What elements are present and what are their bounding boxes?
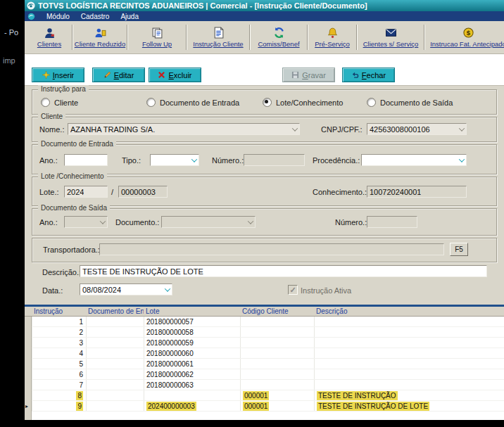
cnpj-combo[interactable]: 42563008000106 [367, 123, 467, 135]
conhecimento-input[interactable]: 100720240001 [367, 186, 467, 198]
grid-cell[interactable] [240, 338, 314, 348]
chevron-down-icon[interactable] [248, 218, 253, 224]
toolbar-item-follow-up[interactable]: Follow Up [129, 21, 185, 53]
lote-ano-input[interactable]: 2024 [64, 186, 108, 198]
titlebar[interactable]: TOTVS LOGÍSTICA RECINTOS ADUANEIROS | Co… [25, 0, 504, 11]
grid-cell[interactable]: 1 [32, 317, 86, 327]
grid-cell[interactable] [86, 348, 144, 359]
ds-ano-combo[interactable] [64, 216, 108, 228]
de-ano-input[interactable] [64, 154, 108, 166]
grid-cell[interactable]: 4 [32, 348, 86, 359]
chevron-down-icon[interactable] [165, 286, 170, 291]
toolbar-item-comiss-benef[interactable]: Comiss/Benef [251, 21, 306, 53]
gravar-button[interactable]: Gravar [282, 68, 335, 82]
grid-cell[interactable]: TESTE DE INSTRUÇÃO DE LOTE [314, 401, 504, 412]
grid-cell[interactable]: 000001 [240, 401, 314, 412]
menu-ajuda[interactable]: Ajuda [120, 13, 139, 20]
grid-column-header-descri-o[interactable]: Descrição [314, 307, 504, 316]
radio-circle[interactable] [367, 98, 376, 107]
editar-label: Editar [114, 71, 134, 79]
grid-cell[interactable] [240, 369, 314, 380]
f5-button[interactable]: F5 [450, 243, 468, 256]
radio-circle[interactable] [263, 98, 272, 107]
radio-circle[interactable] [146, 98, 156, 107]
grid-cell[interactable] [314, 359, 504, 369]
grid-cell[interactable]: 5 [32, 359, 86, 369]
toolbar-item-instru-o-cliente[interactable]: Instrução Cliente [188, 21, 248, 53]
toolbar-item-pr-servi-o[interactable]: Pré-Serviço [309, 21, 355, 53]
grid-cell[interactable] [240, 359, 314, 369]
grid-cell[interactable] [314, 380, 504, 390]
chevron-down-icon[interactable] [191, 156, 197, 162]
grid-cell[interactable]: 201800000061 [144, 359, 240, 369]
grid-cell[interactable]: 201800000063 [144, 380, 240, 390]
excluir-button[interactable]: Excluir [149, 68, 201, 82]
descricao-input[interactable]: TESTE DE INSTRUÇÃO DE LOTE [80, 265, 487, 277]
de-tipo-combo[interactable] [150, 154, 199, 166]
grid-cell[interactable] [144, 390, 240, 401]
de-procedencia-combo[interactable] [361, 154, 467, 166]
grid-cell[interactable] [86, 338, 144, 348]
grid-column-header-documento-de-entrada[interactable]: Documento de Entrada [86, 307, 144, 316]
grid-cell[interactable] [86, 369, 144, 380]
grid-cell[interactable]: 201800000060 [144, 348, 240, 359]
grid-cell[interactable]: 8 [32, 390, 86, 401]
toolbar-item-instrucao-fat-antecipado[interactable]: $Instrucao Fat. Antecipado [426, 21, 504, 53]
radio-documento-de-sa-da[interactable]: Documento de Saída [367, 98, 453, 107]
de-numero-input[interactable] [244, 154, 305, 166]
data-combo[interactable]: 08/08/2024 [80, 283, 172, 295]
grid-cell[interactable] [240, 380, 314, 390]
grid-cell[interactable] [86, 359, 144, 369]
radio-cliente[interactable]: Cliente [41, 98, 78, 107]
grid-cell[interactable] [240, 327, 314, 338]
grid-cell[interactable]: 3 [32, 338, 86, 348]
ds-documento-combo[interactable] [161, 216, 256, 228]
grid-cell[interactable] [314, 338, 504, 348]
inserir-button[interactable]: Inserir [32, 68, 84, 82]
grid-cell[interactable] [86, 380, 144, 390]
grid-cell[interactable] [86, 401, 144, 412]
grid-cell[interactable]: 9 [32, 401, 86, 412]
chevron-down-icon[interactable] [100, 218, 106, 224]
toolbar-item-clientes-s-servi-o[interactable]: Clientes s/ Serviço [358, 21, 423, 53]
chevron-down-icon[interactable] [459, 125, 465, 131]
toolbar-item-cliente-reduzido[interactable]: Cliente Reduzido [74, 21, 126, 53]
toolbar-item-clientes[interactable]: Clientes [27, 21, 71, 53]
ds-numero-input[interactable] [367, 216, 417, 228]
instrucao-ativa-checkbox[interactable] [288, 285, 298, 295]
radio-documento-de-entrada[interactable]: Documento de Entrada [146, 98, 239, 107]
grid-cell[interactable]: 201800000059 [144, 338, 240, 348]
grid-cell[interactable]: 202400000003 [144, 401, 240, 412]
editar-button[interactable]: Editar [92, 68, 145, 82]
grid-cell[interactable]: 201800000062 [144, 369, 240, 380]
grid-column-header-instru-o[interactable]: Instrução [32, 307, 86, 316]
grid-cell[interactable] [86, 390, 144, 401]
grid-cell[interactable] [314, 369, 504, 380]
lote-numero-input[interactable]: 00000003 [118, 186, 168, 198]
menu-cadastro[interactable]: Cadastro [81, 13, 110, 20]
grid-cell[interactable] [314, 327, 504, 338]
grid-cell[interactable] [240, 317, 314, 327]
transportadora-input[interactable] [99, 243, 444, 255]
chevron-down-icon[interactable] [459, 156, 465, 162]
radio-lote-conhecimento[interactable]: Lote/Conhecimento [263, 98, 343, 107]
grid-column-header-lote[interactable]: Lote [144, 307, 240, 316]
grid-cell[interactable] [86, 317, 144, 327]
grid-cell[interactable]: 2 [32, 327, 86, 338]
nome-combo[interactable]: AZANHA TRADING S/A. [68, 123, 300, 135]
grid-cell[interactable]: 201800000057 [144, 317, 240, 327]
chevron-down-icon[interactable] [292, 125, 298, 131]
grid-cell[interactable] [86, 327, 144, 338]
grid-column-header-c-digo-cliente[interactable]: Código Cliente [240, 307, 314, 316]
fechar-button[interactable]: Fechar [342, 68, 395, 82]
grid-cell[interactable] [240, 348, 314, 359]
grid-cell[interactable]: 201800000058 [144, 327, 240, 338]
grid-cell[interactable]: TESTE DE INSTRUÇÃO [314, 390, 504, 401]
grid-cell[interactable] [314, 317, 504, 327]
grid-cell[interactable]: 6 [32, 369, 86, 380]
grid-cell[interactable]: 000001 [240, 390, 314, 401]
radio-circle[interactable] [41, 98, 50, 107]
grid-cell[interactable]: 7 [32, 380, 86, 390]
menu-modulo[interactable]: Módulo [46, 13, 70, 20]
grid-cell[interactable] [314, 348, 504, 359]
